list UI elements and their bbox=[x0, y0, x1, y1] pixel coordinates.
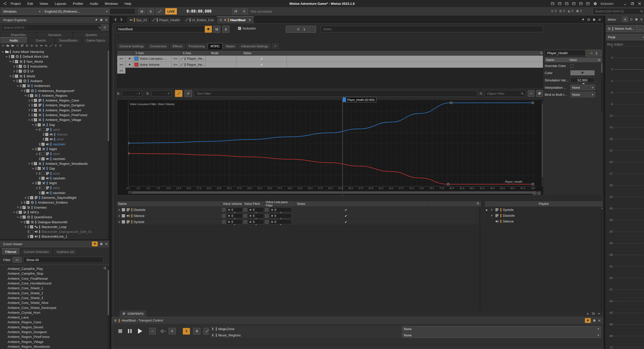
contents-search-icon[interactable] bbox=[476, 202, 479, 205]
remote-connect-button[interactable] bbox=[232, 8, 239, 14]
include-checkbox[interactable]: ✓ bbox=[38, 167, 41, 170]
layout-shortcut-icon[interactable] bbox=[586, 2, 590, 6]
include-checkbox[interactable]: ✓ bbox=[122, 220, 125, 224]
tree-item[interactable]: ✓Default Work Unit bbox=[0, 54, 107, 59]
master-solo-button[interactable]: S bbox=[147, 8, 154, 14]
include-checkbox[interactable]: ✓ bbox=[122, 214, 125, 217]
drag-handle[interactable] bbox=[39, 143, 40, 146]
event-item[interactable]: Ambient_Region_PineForest bbox=[0, 334, 107, 339]
tree-item[interactable]: ✓Day bbox=[0, 166, 107, 171]
no-sound-icon-counter[interactable]: 0 bbox=[559, 9, 565, 13]
ab-toggle-button[interactable]: A bbox=[623, 17, 628, 22]
expander-icon[interactable] bbox=[28, 109, 30, 111]
capture-button[interactable] bbox=[241, 8, 248, 14]
event-item[interactable]: Ambient_Region_Desert bbox=[0, 325, 107, 330]
drag-handle[interactable] bbox=[39, 152, 40, 155]
explorer-toolbar-icon[interactable] bbox=[30, 44, 33, 47]
menu-project[interactable]: Project bbox=[11, 2, 21, 6]
drag-handle[interactable] bbox=[16, 70, 18, 73]
tree-item[interactable]: ✓Night bbox=[0, 181, 107, 185]
expander-icon[interactable] bbox=[13, 211, 15, 213]
meter-bus-selector[interactable]: Master Audi... bbox=[606, 25, 638, 32]
event-item[interactable]: Ambient_Region_Cave bbox=[0, 320, 107, 325]
tree-item[interactable]: ✓BlacksmithLine_1 bbox=[0, 234, 107, 239]
value-cell[interactable]: 0 bbox=[226, 219, 242, 224]
tree-item[interactable]: wind bbox=[0, 151, 107, 156]
parameter-name-field[interactable] bbox=[545, 50, 587, 56]
expander-icon[interactable] bbox=[17, 216, 19, 218]
expander-icon[interactable] bbox=[20, 221, 23, 223]
minimize-button[interactable] bbox=[623, 2, 627, 6]
inclusion-checkbox[interactable]: ✓ bbox=[238, 27, 241, 30]
expander-icon[interactable] bbox=[17, 85, 19, 87]
search-icon[interactable] bbox=[479, 92, 482, 95]
include-checkbox[interactable]: ✓ bbox=[19, 70, 22, 73]
value-cell[interactable]: 0 bbox=[248, 219, 264, 224]
explorer-toolbar-icon[interactable] bbox=[11, 44, 14, 47]
tree-item[interactable]: wind bbox=[0, 185, 107, 190]
expander-icon[interactable] bbox=[13, 80, 15, 82]
include-checkbox[interactable]: ✓ bbox=[30, 235, 33, 238]
drag-handle[interactable] bbox=[43, 138, 44, 141]
include-checkbox[interactable]: ✓ bbox=[22, 206, 26, 209]
rtpc-curve-graph[interactable]: Voice Low-pass Filter, Voice Volume Play… bbox=[117, 99, 545, 196]
tab-soundbanks[interactable]: SoundBanks bbox=[55, 37, 82, 44]
switches-toggle-button[interactable] bbox=[193, 328, 200, 335]
curve-control-point[interactable] bbox=[128, 152, 129, 154]
add-rtpc-button[interactable]: >> bbox=[117, 68, 126, 74]
expander-icon[interactable] bbox=[32, 123, 34, 126]
event-list-scrollbar[interactable] bbox=[107, 266, 109, 349]
drag-handle[interactable] bbox=[24, 201, 25, 204]
info-icon-counter[interactable]: 0 bbox=[576, 9, 582, 13]
include-checkbox[interactable] bbox=[30, 230, 33, 233]
menu-views[interactable]: Views bbox=[40, 2, 48, 6]
include-checkbox[interactable]: ✓ bbox=[30, 94, 33, 97]
explorer-toolbar-icon[interactable] bbox=[59, 44, 62, 47]
tree-item[interactable]: ✓Elements_DayAndNight bbox=[0, 195, 107, 200]
tree-item[interactable]: ✓Day bbox=[0, 122, 107, 127]
drag-handle[interactable] bbox=[39, 128, 40, 131]
close-icon[interactable] bbox=[105, 18, 108, 21]
drag-handle[interactable] bbox=[39, 172, 40, 175]
states-toggle-button[interactable] bbox=[183, 328, 190, 335]
settings-tab-general-settings[interactable]: General Settings bbox=[116, 43, 147, 49]
document-tab-ui_button_exit[interactable]: UI_Button_Exit bbox=[182, 16, 217, 23]
curve-voice-low-pass-filter[interactable] bbox=[128, 103, 533, 143]
expander-icon[interactable] bbox=[13, 70, 15, 73]
playlist-item-systole[interactable]: ▶ Systole bbox=[484, 207, 603, 213]
tree-item[interactable]: ✓Ambient_Region_Dungeon bbox=[0, 103, 107, 108]
drag-handle[interactable] bbox=[43, 133, 44, 136]
text-filter-field[interactable] bbox=[194, 90, 477, 97]
music_regions-value-dropdown[interactable]: None▾ bbox=[402, 332, 601, 338]
close-icon[interactable] bbox=[598, 18, 601, 21]
tab-events[interactable]: Events bbox=[27, 37, 55, 44]
y-coordinate-field[interactable]: -▲▼ bbox=[151, 90, 171, 97]
nav-back-icon[interactable] bbox=[114, 18, 117, 21]
explorer-toolbar-icon[interactable] bbox=[49, 44, 52, 47]
drag-handle[interactable] bbox=[28, 196, 29, 199]
expander-icon[interactable] bbox=[36, 128, 38, 131]
tab-currentselection[interactable]: Current Selection bbox=[20, 248, 53, 255]
include-checkbox[interactable]: ✓ bbox=[15, 75, 18, 78]
contents-row-systole[interactable]: ✓ Systole 0 0 0 bbox=[116, 219, 481, 225]
rtpc-row[interactable]: >> Voice Low-pass ... >> Player_He... bbox=[117, 56, 545, 62]
tab-audio[interactable]: Audio bbox=[0, 37, 27, 44]
event-item[interactable]: Ambient_Region_Dungeon bbox=[0, 330, 107, 334]
table-search-icon[interactable] bbox=[540, 51, 543, 54]
value-cell[interactable]: 0 bbox=[269, 213, 292, 218]
include-checkbox[interactable]: ✓ bbox=[26, 89, 29, 92]
text-filter-input[interactable] bbox=[196, 91, 475, 96]
tab-queries[interactable]: Queries bbox=[73, 32, 109, 38]
expander-icon[interactable] bbox=[24, 226, 27, 228]
tree-item[interactable]: Actor-Mixer Hierarchy bbox=[0, 49, 107, 54]
menu-windows[interactable]: Windows bbox=[105, 2, 118, 6]
tree-item[interactable]: ✓Ambient_Region_Desert bbox=[0, 108, 107, 113]
float-view-icon[interactable] bbox=[587, 18, 590, 21]
include-checkbox[interactable]: ✓ bbox=[34, 109, 37, 112]
restore-button[interactable] bbox=[630, 2, 634, 6]
drag-handle[interactable] bbox=[16, 211, 18, 214]
play-button[interactable] bbox=[136, 327, 144, 335]
include-checkbox[interactable]: ✓ bbox=[41, 177, 45, 180]
value-cell[interactable]: 0 bbox=[226, 207, 242, 212]
include-checkbox[interactable]: ✓ bbox=[19, 65, 22, 68]
